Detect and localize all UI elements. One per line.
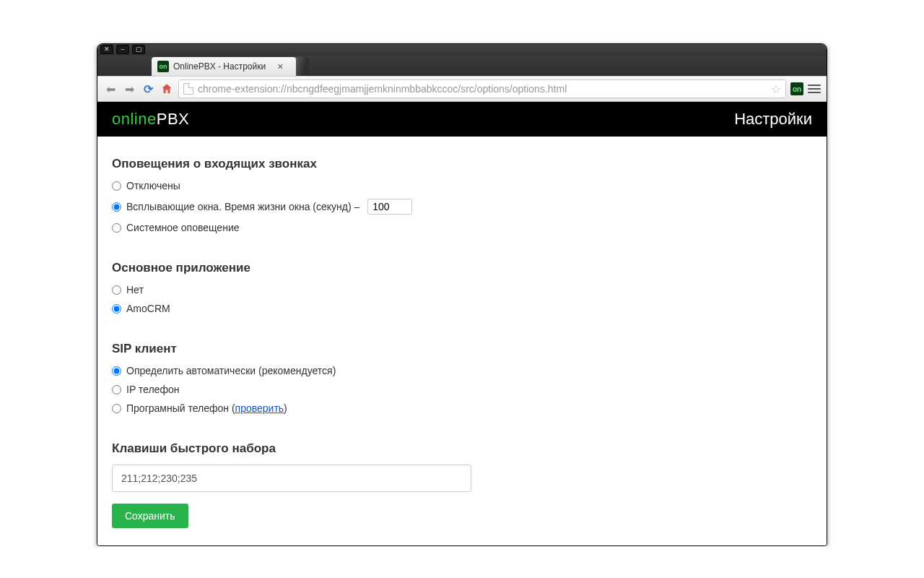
radio-mainapp-amocrm[interactable]: AmoCRM: [112, 303, 812, 314]
page-icon: [183, 83, 193, 95]
radio-input-mainapp-none[interactable]: [112, 285, 121, 295]
page-header: onlinePBX Настройки: [97, 102, 827, 137]
radio-label: Определить автоматически (рекомендуется): [126, 365, 336, 376]
softphone-prefix: Програмный телефон (: [126, 402, 235, 414]
browser-toolbar: ⬅ ➡ ⟳ chrome-extension://nbcngdfeegjmamj…: [97, 76, 827, 102]
radio-notif-system[interactable]: Системное оповещение: [112, 222, 812, 233]
radio-notif-popup[interactable]: Всплывающие окна. Время жизни окна (секу…: [112, 199, 812, 215]
bookmark-star-icon[interactable]: ☆: [771, 82, 781, 96]
radio-sip-softphone[interactable]: Програмный телефон (проверить): [112, 402, 812, 414]
section-title-speeddial: Клавиши быстрого набора: [112, 441, 812, 456]
tab-title: OnlinePBX - Настройки: [173, 61, 266, 72]
menu-hamburger-icon[interactable]: [808, 85, 821, 93]
sip-check-link[interactable]: проверить: [235, 402, 284, 414]
radio-mainapp-none[interactable]: Нет: [112, 284, 812, 296]
radio-label: Нет: [126, 284, 144, 296]
browser-window: ✕ – ▢ on OnlinePBX - Настройки × ⬅ ➡ ⟳ c…: [97, 43, 827, 546]
browser-tabstrip: on OnlinePBX - Настройки ×: [97, 56, 827, 76]
radio-input-notif-disabled[interactable]: [112, 181, 121, 191]
section-title-sip: SIP клиент: [112, 342, 812, 356]
tab-favicon: on: [157, 61, 169, 72]
settings-form: Оповещения о входящих звонках Отключены …: [97, 137, 827, 545]
brand-pbx: PBX: [157, 110, 190, 128]
extension-icon[interactable]: on: [790, 82, 803, 95]
radio-notif-disabled[interactable]: Отключены: [112, 180, 812, 191]
page: onlinePBX Настройки Оповещения о входящи…: [97, 102, 827, 545]
brand-online: online: [112, 110, 157, 128]
window-maximize-button[interactable]: ▢: [132, 45, 145, 54]
radio-sip-ipphone[interactable]: IP телефон: [112, 384, 812, 395]
os-titlebar: ✕ – ▢: [97, 44, 827, 56]
section-title-mainapp: Основное приложение: [112, 261, 812, 275]
radio-input-sip-ipphone[interactable]: [112, 385, 121, 394]
nav-home-icon[interactable]: [160, 82, 174, 96]
address-bar[interactable]: chrome-extension://nbcngdfeegjmamjjemkni…: [178, 79, 786, 98]
radio-sip-auto[interactable]: Определить автоматически (рекомендуется): [112, 365, 812, 376]
tab-close-icon[interactable]: ×: [277, 61, 283, 72]
section-title-notifications: Оповещения о входящих звонках: [112, 157, 812, 171]
popup-seconds-input[interactable]: [367, 199, 412, 215]
speeddial-input[interactable]: [112, 465, 471, 492]
brand-logo: onlinePBX: [112, 110, 189, 129]
radio-input-sip-softphone[interactable]: [112, 404, 121, 413]
softphone-suffix: ): [284, 402, 287, 414]
page-title: Настройки: [734, 110, 812, 129]
window-close-button[interactable]: ✕: [100, 45, 113, 54]
radio-label: IP телефон: [126, 384, 179, 395]
radio-input-notif-popup[interactable]: [112, 202, 121, 212]
nav-reload-icon[interactable]: ⟳: [141, 82, 155, 96]
nav-forward-icon[interactable]: ➡: [122, 82, 136, 96]
radio-label: Системное оповещение: [126, 222, 240, 233]
browser-tab[interactable]: on OnlinePBX - Настройки ×: [152, 57, 296, 76]
radio-label: Програмный телефон (проверить): [126, 402, 287, 414]
radio-input-notif-system[interactable]: [112, 223, 121, 233]
radio-label: Отключены: [126, 180, 180, 191]
nav-back-icon[interactable]: ⬅: [103, 82, 118, 96]
radio-input-sip-auto[interactable]: [112, 366, 121, 376]
radio-input-mainapp-amocrm[interactable]: [112, 304, 121, 314]
save-button[interactable]: Сохранить: [112, 504, 188, 528]
radio-label: AmoCRM: [126, 303, 170, 314]
radio-label: Всплывающие окна. Время жизни окна (секу…: [126, 201, 359, 212]
window-minimize-button[interactable]: –: [116, 45, 129, 54]
url-text: chrome-extension://nbcngdfeegjmamjjemkni…: [198, 83, 767, 95]
